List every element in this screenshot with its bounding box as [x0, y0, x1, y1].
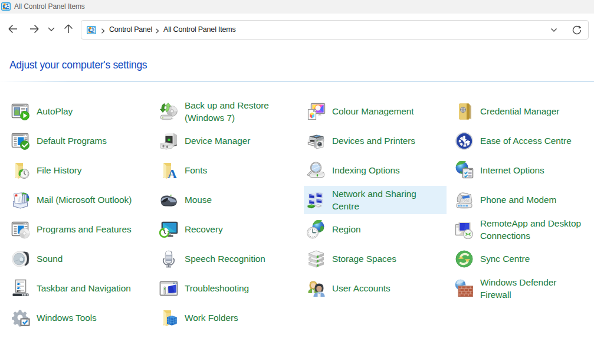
svg-text:A: A — [168, 166, 177, 180]
